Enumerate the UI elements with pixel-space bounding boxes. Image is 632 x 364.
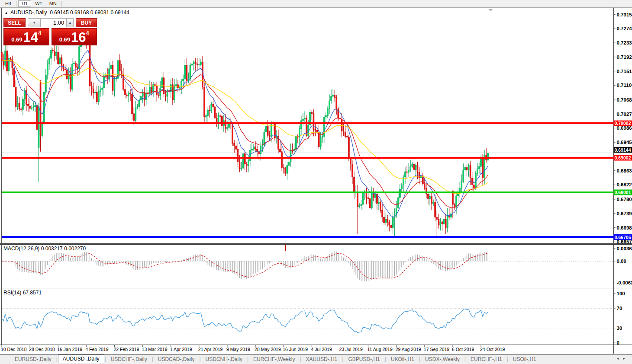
timeframe-button-h4[interactable]: H4 xyxy=(2,0,14,7)
buy-button[interactable]: BUY xyxy=(76,18,97,27)
volume-decrease-button[interactable]: ▼ xyxy=(28,18,41,27)
collapse-panel-icon[interactable]: ▲ xyxy=(4,11,8,15)
tabs-scroll-left-icon[interactable]: ◂ xyxy=(617,356,623,361)
sell-price-sup: 4 xyxy=(38,30,41,36)
rsi-indicator-label: RSI(14) 67.8571 xyxy=(3,290,42,296)
macd-pane: 0.0036740.00-0.006378 xyxy=(2,245,632,285)
sell-price-prefix: 0.69 xyxy=(11,36,22,43)
tab-separator: | xyxy=(419,356,420,362)
chart-tab-eurchf-h1[interactable]: EURCHF-,H1 xyxy=(466,355,506,364)
chart-tab-usoil-h1[interactable]: USOil-,H1 xyxy=(509,355,541,364)
chart-tab-usdx-weekly[interactable]: USDX-,Weekly xyxy=(421,355,464,364)
ma-mid-line xyxy=(2,59,488,208)
sell-button[interactable]: SELL xyxy=(3,18,26,27)
chart-tab-eurchf-weekly[interactable]: EURCHF-,Weekly xyxy=(249,355,299,364)
chart-tab-gbpusd-h1[interactable]: GBPUSD-,H1 xyxy=(344,355,384,364)
volume-increase-button[interactable]: ▲ xyxy=(67,18,74,27)
mt4-window: H4D1W1MN ▲AUDUSD-,Daily 0.69145 0.69168 … xyxy=(0,0,632,364)
candles-layer xyxy=(1,31,489,239)
sell-price-box[interactable]: 0.69 14 4 xyxy=(3,28,49,45)
chart-tab-eurusd-daily[interactable]: EURUSD-,Daily xyxy=(10,355,56,364)
chart-shift-marker-icon xyxy=(488,9,493,11)
chart-canvas[interactable]: 0.731500.727400.723300.719200.715100.711… xyxy=(0,8,632,354)
tab-separator: | xyxy=(247,356,248,362)
price-axis[interactable] xyxy=(614,8,632,345)
moving-averages-layer xyxy=(2,50,488,217)
buy-price-sup: 4 xyxy=(86,30,89,36)
chart-tab-bar: ◂▸ EURUSD-,Daily|AUDUSD-,Daily|USDCHF-,D… xyxy=(0,354,632,364)
chart-tab-usdcad-daily[interactable]: USDCAD-,Daily xyxy=(154,355,199,364)
chart-tab-ukoil-h1[interactable]: UKOil-,H1 xyxy=(387,355,419,364)
tab-separator: | xyxy=(56,356,58,362)
timeframe-toolbar: H4D1W1MN xyxy=(0,0,632,8)
tab-separator: | xyxy=(199,356,200,362)
chart-header: ▲AUDUSD-,Daily 0.69145 0.69168 0.69031 0… xyxy=(4,10,129,16)
ohlc-values: 0.69145 0.69168 0.69031 0.69144 xyxy=(50,10,129,16)
tab-separator: | xyxy=(342,356,343,362)
buy-price-prefix: 0.69 xyxy=(59,36,70,43)
timeframe-button-w1[interactable]: W1 xyxy=(32,0,45,7)
tab-separator: | xyxy=(464,356,466,362)
time-axis[interactable] xyxy=(0,345,613,354)
chart-tab-xauusd-h1[interactable]: XAUUSD-,H1 xyxy=(302,355,342,364)
ma-slow-line xyxy=(2,60,488,193)
timeframe-button-d1[interactable]: D1 xyxy=(18,0,31,7)
chart-tab-usdcnh-daily[interactable]: USDCNH-,Daily xyxy=(201,355,247,364)
tab-separator: | xyxy=(152,356,153,362)
chart-tab-audusd-daily[interactable]: AUDUSD-,Daily xyxy=(58,354,104,363)
sell-price-big: 14 xyxy=(23,30,38,45)
tab-separator: | xyxy=(507,356,508,362)
rsi-line xyxy=(2,309,488,332)
macd-indicator-label: MACD(12,26,9) 0.003217 0.002270 xyxy=(3,246,86,252)
one-click-trade-panel: SELL ▼ 1.00 ▲ BUY 0.69 14 4 0.69 16 4 xyxy=(3,18,97,45)
buy-price-box[interactable]: 0.69 16 4 xyxy=(52,28,97,45)
chart-tab-usdchf-daily[interactable]: USDCHF-,Daily xyxy=(106,355,152,364)
buy-price-big: 16 xyxy=(71,30,86,45)
tab-separator: | xyxy=(300,356,301,362)
timeframe-button-mn[interactable]: MN xyxy=(46,0,60,7)
tab-separator: | xyxy=(105,356,106,362)
tab-separator: | xyxy=(385,356,386,362)
rsi-pane: 10070300 xyxy=(2,291,625,345)
symbol-title: AUDUSD-,Daily xyxy=(10,10,47,16)
volume-input[interactable]: 1.00 xyxy=(41,18,67,27)
tabs-scroll-right-icon[interactable]: ▸ xyxy=(623,356,629,361)
